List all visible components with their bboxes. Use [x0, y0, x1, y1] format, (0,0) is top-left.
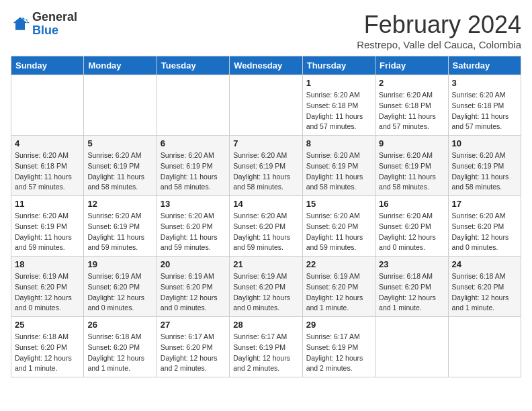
day-number: 7 [233, 138, 298, 148]
day-cell: 3Sunrise: 6:20 AM Sunset: 6:18 PM Daylig… [448, 75, 521, 136]
day-detail: Sunrise: 6:20 AM Sunset: 6:20 PM Dayligh… [161, 211, 226, 253]
day-cell: 23Sunrise: 6:18 AM Sunset: 6:20 PM Dayli… [375, 257, 448, 317]
day-cell [375, 317, 448, 377]
day-cell: 21Sunrise: 6:19 AM Sunset: 6:20 PM Dayli… [230, 257, 302, 317]
day-cell: 19Sunrise: 6:19 AM Sunset: 6:20 PM Dayli… [84, 257, 157, 317]
header-day-thursday: Thursday [302, 56, 375, 75]
header: General Blue February 2024 Restrepo, Val… [11, 11, 521, 50]
day-cell: 20Sunrise: 6:19 AM Sunset: 6:20 PM Dayli… [157, 257, 229, 317]
day-cell: 28Sunrise: 6:17 AM Sunset: 6:19 PM Dayli… [230, 317, 302, 377]
day-detail: Sunrise: 6:20 AM Sunset: 6:19 PM Dayligh… [452, 150, 517, 193]
day-detail: Sunrise: 6:20 AM Sunset: 6:19 PM Dayligh… [379, 150, 444, 193]
day-number: 21 [233, 259, 298, 269]
day-cell: 11Sunrise: 6:20 AM Sunset: 6:19 PM Dayli… [11, 196, 84, 257]
day-number: 15 [306, 199, 371, 209]
day-cell: 1Sunrise: 6:20 AM Sunset: 6:18 PM Daylig… [302, 75, 375, 136]
day-cell: 8Sunrise: 6:20 AM Sunset: 6:19 PM Daylig… [302, 136, 375, 196]
day-cell: 10Sunrise: 6:20 AM Sunset: 6:19 PM Dayli… [448, 136, 521, 196]
week-row-3: 18Sunrise: 6:19 AM Sunset: 6:20 PM Dayli… [11, 257, 521, 317]
day-number: 4 [15, 138, 80, 148]
day-cell: 25Sunrise: 6:18 AM Sunset: 6:20 PM Dayli… [11, 317, 84, 377]
day-cell: 12Sunrise: 6:20 AM Sunset: 6:19 PM Dayli… [84, 196, 157, 257]
day-detail: Sunrise: 6:17 AM Sunset: 6:19 PM Dayligh… [233, 332, 298, 374]
day-number: 23 [379, 259, 444, 269]
day-number: 9 [379, 138, 444, 148]
day-detail: Sunrise: 6:20 AM Sunset: 6:18 PM Dayligh… [15, 150, 80, 193]
day-number: 19 [87, 259, 152, 269]
day-number: 13 [161, 199, 226, 209]
day-cell: 5Sunrise: 6:20 AM Sunset: 6:19 PM Daylig… [84, 136, 157, 196]
day-number: 24 [452, 259, 517, 269]
day-cell: 16Sunrise: 6:20 AM Sunset: 6:20 PM Dayli… [375, 196, 448, 257]
day-cell: 6Sunrise: 6:20 AM Sunset: 6:19 PM Daylig… [157, 136, 229, 196]
day-cell: 27Sunrise: 6:17 AM Sunset: 6:20 PM Dayli… [157, 317, 229, 377]
day-detail: Sunrise: 6:18 AM Sunset: 6:20 PM Dayligh… [379, 271, 444, 314]
day-number: 8 [306, 138, 371, 148]
day-cell: 13Sunrise: 6:20 AM Sunset: 6:20 PM Dayli… [157, 196, 229, 257]
title-area: February 2024 Restrepo, Valle del Cauca,… [357, 11, 521, 50]
header-day-tuesday: Tuesday [157, 56, 229, 75]
logo-blue: Blue [32, 24, 58, 37]
day-cell: 24Sunrise: 6:18 AM Sunset: 6:20 PM Dayli… [448, 257, 521, 317]
logo-icon [11, 15, 30, 34]
header-day-saturday: Saturday [448, 56, 521, 75]
day-detail: Sunrise: 6:20 AM Sunset: 6:19 PM Dayligh… [87, 211, 152, 253]
week-row-1: 4Sunrise: 6:20 AM Sunset: 6:18 PM Daylig… [11, 136, 521, 196]
header-day-friday: Friday [375, 56, 448, 75]
day-detail: Sunrise: 6:20 AM Sunset: 6:19 PM Dayligh… [15, 211, 80, 253]
day-detail: Sunrise: 6:18 AM Sunset: 6:20 PM Dayligh… [452, 271, 517, 314]
day-number: 26 [87, 320, 152, 330]
logo-text: General Blue [32, 11, 77, 38]
day-detail: Sunrise: 6:19 AM Sunset: 6:20 PM Dayligh… [306, 271, 371, 314]
day-cell [230, 75, 302, 136]
day-detail: Sunrise: 6:20 AM Sunset: 6:18 PM Dayligh… [306, 90, 371, 132]
day-cell: 2Sunrise: 6:20 AM Sunset: 6:18 PM Daylig… [375, 75, 448, 136]
day-number: 22 [306, 259, 371, 269]
day-number: 29 [306, 320, 371, 330]
day-cell: 7Sunrise: 6:20 AM Sunset: 6:19 PM Daylig… [230, 136, 302, 196]
month-title: February 2024 [357, 11, 521, 39]
day-number: 2 [379, 78, 444, 88]
day-detail: Sunrise: 6:20 AM Sunset: 6:20 PM Dayligh… [306, 211, 371, 253]
day-cell [157, 75, 229, 136]
day-detail: Sunrise: 6:19 AM Sunset: 6:20 PM Dayligh… [161, 271, 226, 314]
day-cell: 14Sunrise: 6:20 AM Sunset: 6:20 PM Dayli… [230, 196, 302, 257]
logo: General Blue [11, 11, 77, 38]
header-day-wednesday: Wednesday [230, 56, 302, 75]
week-row-0: 1Sunrise: 6:20 AM Sunset: 6:18 PM Daylig… [11, 75, 521, 136]
svg-marker-0 [13, 17, 28, 30]
day-detail: Sunrise: 6:20 AM Sunset: 6:19 PM Dayligh… [161, 150, 226, 193]
day-cell: 18Sunrise: 6:19 AM Sunset: 6:20 PM Dayli… [11, 257, 84, 317]
week-row-2: 11Sunrise: 6:20 AM Sunset: 6:19 PM Dayli… [11, 196, 521, 257]
day-number: 20 [161, 259, 226, 269]
day-detail: Sunrise: 6:18 AM Sunset: 6:20 PM Dayligh… [15, 332, 80, 374]
day-number: 3 [452, 78, 517, 88]
day-cell [84, 75, 157, 136]
location-subtitle: Restrepo, Valle del Cauca, Colombia [357, 39, 521, 50]
day-number: 25 [15, 320, 80, 330]
day-number: 27 [161, 320, 226, 330]
day-detail: Sunrise: 6:18 AM Sunset: 6:20 PM Dayligh… [87, 332, 152, 374]
day-number: 16 [379, 199, 444, 209]
day-detail: Sunrise: 6:20 AM Sunset: 6:18 PM Dayligh… [452, 90, 517, 132]
day-number: 18 [15, 259, 80, 269]
day-cell [11, 75, 84, 136]
day-cell: 4Sunrise: 6:20 AM Sunset: 6:18 PM Daylig… [11, 136, 84, 196]
header-row: SundayMondayTuesdayWednesdayThursdayFrid… [11, 56, 521, 75]
day-detail: Sunrise: 6:17 AM Sunset: 6:20 PM Dayligh… [161, 332, 226, 374]
day-cell: 9Sunrise: 6:20 AM Sunset: 6:19 PM Daylig… [375, 136, 448, 196]
day-number: 12 [87, 199, 152, 209]
day-detail: Sunrise: 6:19 AM Sunset: 6:20 PM Dayligh… [15, 271, 80, 314]
day-number: 6 [161, 138, 226, 148]
day-cell: 29Sunrise: 6:17 AM Sunset: 6:19 PM Dayli… [302, 317, 375, 377]
day-number: 1 [306, 78, 371, 88]
day-number: 5 [87, 138, 152, 148]
day-detail: Sunrise: 6:20 AM Sunset: 6:19 PM Dayligh… [87, 150, 152, 193]
day-cell: 17Sunrise: 6:20 AM Sunset: 6:20 PM Dayli… [448, 196, 521, 257]
day-detail: Sunrise: 6:20 AM Sunset: 6:18 PM Dayligh… [379, 90, 444, 132]
day-cell: 22Sunrise: 6:19 AM Sunset: 6:20 PM Dayli… [302, 257, 375, 317]
week-row-4: 25Sunrise: 6:18 AM Sunset: 6:20 PM Dayli… [11, 317, 521, 377]
day-cell: 26Sunrise: 6:18 AM Sunset: 6:20 PM Dayli… [84, 317, 157, 377]
header-day-monday: Monday [84, 56, 157, 75]
day-detail: Sunrise: 6:20 AM Sunset: 6:20 PM Dayligh… [452, 211, 517, 253]
